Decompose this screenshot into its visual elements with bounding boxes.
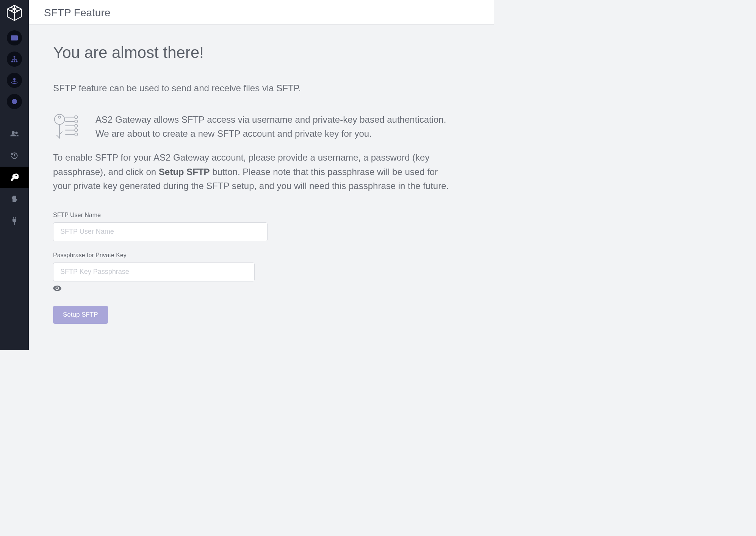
main-content: SFTP Feature You are almost there! SFTP … (29, 0, 494, 350)
passphrase-group: Passphrase for Private Key (53, 252, 456, 291)
info-paragraph-1: AS2 Gateway allows SFTP access via usern… (95, 113, 456, 141)
page-title: SFTP Feature (44, 7, 479, 19)
hero-heading: You are almost there! (53, 44, 456, 62)
svg-rect-1 (11, 61, 13, 63)
svg-rect-0 (14, 56, 16, 58)
username-label: SFTP User Name (53, 212, 456, 219)
svg-point-8 (12, 131, 15, 134)
setup-sftp-button[interactable]: Setup SFTP (53, 306, 108, 324)
nav-users[interactable] (7, 126, 22, 141)
key-circuit-icon (53, 113, 82, 141)
svg-point-17 (75, 133, 78, 136)
svg-point-5 (13, 78, 16, 80)
content-area: You are almost there! SFTP feature can b… (29, 25, 494, 339)
svg-rect-2 (14, 61, 16, 63)
svg-point-15 (75, 124, 78, 127)
nav-certificate[interactable] (7, 94, 22, 109)
username-group: SFTP User Name (53, 212, 456, 241)
svg-rect-10 (13, 196, 16, 202)
svg-point-13 (75, 116, 78, 119)
nav-history[interactable] (7, 148, 22, 163)
info-block-1: AS2 Gateway allows SFTP access via usern… (53, 113, 456, 141)
nav-mail[interactable] (7, 30, 22, 45)
svg-point-7 (12, 99, 17, 104)
svg-rect-3 (16, 61, 18, 63)
app-logo (5, 4, 23, 22)
passphrase-label: Passphrase for Private Key (53, 252, 456, 259)
nav-sftp-key[interactable] (0, 167, 29, 188)
nav-person-pin[interactable] (7, 73, 22, 88)
svg-point-16 (75, 129, 78, 132)
sftp-passphrase-input[interactable] (53, 263, 255, 281)
nav-plug[interactable] (7, 213, 22, 228)
sidebar (0, 0, 29, 350)
toggle-password-visibility-icon[interactable] (53, 285, 61, 291)
nav-exchange[interactable] (7, 191, 22, 206)
page-header: SFTP Feature (29, 0, 494, 25)
svg-point-12 (58, 116, 61, 118)
nav-sitemap[interactable] (7, 52, 22, 67)
info-paragraph-2: To enable SFTP for your AS2 Gateway acco… (53, 150, 456, 193)
lead-paragraph: SFTP feature can be used to send and rec… (53, 83, 456, 94)
sftp-username-input[interactable] (53, 222, 268, 241)
svg-point-9 (15, 132, 17, 134)
svg-point-14 (75, 120, 78, 123)
